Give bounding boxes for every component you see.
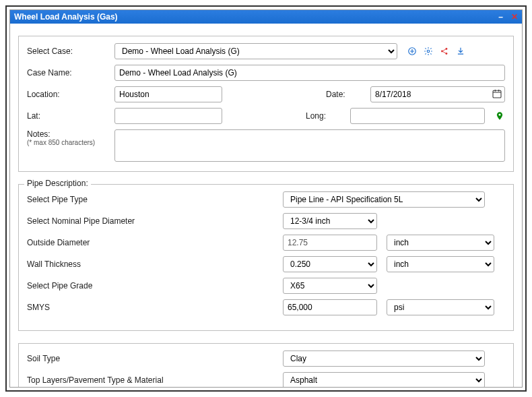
long-input[interactable] — [350, 108, 485, 124]
content-scroll[interactable]: Select Case: Demo - Wheel Load Analysis … — [10, 24, 522, 387]
calendar-icon[interactable] — [492, 88, 502, 101]
svg-point-1 — [427, 50, 430, 53]
top-layers-select[interactable]: Asphalt — [283, 372, 485, 387]
pipe-grade-label: Select Pipe Grade — [27, 281, 283, 291]
svg-point-6 — [499, 114, 501, 116]
outer-frame: Wheel Load Analysis (Gas) – ✕ Select Cas… — [5, 5, 527, 392]
outside-diameter-label: Outside Diameter — [27, 238, 283, 247]
top-layers-label: Top Layers/Pavement Type & Material — [27, 375, 283, 385]
soil-type-label: Soil Type — [27, 354, 283, 363]
lat-label: Lat: — [27, 111, 114, 121]
notes-textarea[interactable] — [114, 129, 505, 162]
case-actions — [407, 46, 466, 57]
lat-input[interactable] — [114, 108, 222, 124]
smys-label: SMYS — [27, 303, 283, 312]
svg-rect-5 — [493, 90, 501, 98]
window-controls: – ✕ — [498, 12, 518, 22]
smys-unit[interactable]: psi — [387, 299, 494, 315]
outside-diameter-unit[interactable]: inch — [387, 235, 494, 251]
share-icon[interactable] — [439, 46, 450, 57]
case-panel: Select Case: Demo - Wheel Load Analysis … — [18, 36, 514, 172]
minimize-button[interactable]: – — [498, 12, 503, 22]
gear-icon[interactable] — [423, 46, 434, 57]
soil-panel: Soil Type Clay Top Layers/Pavement Type … — [18, 343, 514, 387]
nominal-diameter-label: Select Nominal Pipe Diameter — [27, 216, 283, 226]
select-case-label: Select Case: — [27, 47, 114, 56]
nominal-diameter-select[interactable]: 12-3/4 inch — [283, 213, 377, 229]
long-label: Long: — [306, 111, 346, 121]
outside-diameter-input — [283, 235, 377, 251]
window-body: Select Case: Demo - Wheel Load Analysis … — [10, 24, 522, 387]
notes-label: Notes: — [27, 129, 114, 139]
notes-hint: (* max 850 characters) — [27, 139, 114, 146]
map-pin-icon[interactable] — [494, 111, 505, 121]
soil-type-select[interactable]: Clay — [283, 350, 485, 367]
download-icon[interactable] — [455, 46, 466, 57]
pipe-legend: Pipe Description: — [24, 179, 91, 188]
window-title: Wheel Load Analysis (Gas) — [14, 12, 118, 22]
case-name-label: Case Name: — [27, 68, 114, 78]
wall-thickness-select[interactable]: 0.250 — [283, 256, 377, 272]
pipe-grade-select[interactable]: X65 — [283, 278, 377, 294]
date-label: Date: — [326, 90, 366, 99]
add-icon[interactable] — [407, 46, 418, 57]
close-button[interactable]: ✕ — [511, 12, 518, 22]
notes-label-wrap: Notes: (* max 850 characters) — [27, 129, 114, 146]
pipe-panel: Pipe Description: Select Pipe Type Pipe … — [18, 184, 514, 331]
app-window: Wheel Load Analysis (Gas) – ✕ Select Cas… — [9, 9, 523, 388]
date-input[interactable] — [370, 86, 505, 102]
titlebar: Wheel Load Analysis (Gas) – ✕ — [10, 10, 522, 24]
case-name-input[interactable] — [114, 65, 505, 81]
location-input[interactable] — [114, 86, 222, 102]
wall-thickness-unit[interactable]: inch — [387, 256, 494, 272]
select-case-dropdown[interactable]: Demo - Wheel Load Analysis (G) — [114, 43, 397, 59]
wall-thickness-label: Wall Thickness — [27, 259, 283, 269]
pipe-type-label: Select Pipe Type — [27, 195, 283, 204]
smys-input[interactable] — [283, 299, 377, 315]
pipe-type-select[interactable]: Pipe Line - API Specification 5L — [283, 191, 485, 208]
location-label: Location: — [27, 90, 114, 99]
